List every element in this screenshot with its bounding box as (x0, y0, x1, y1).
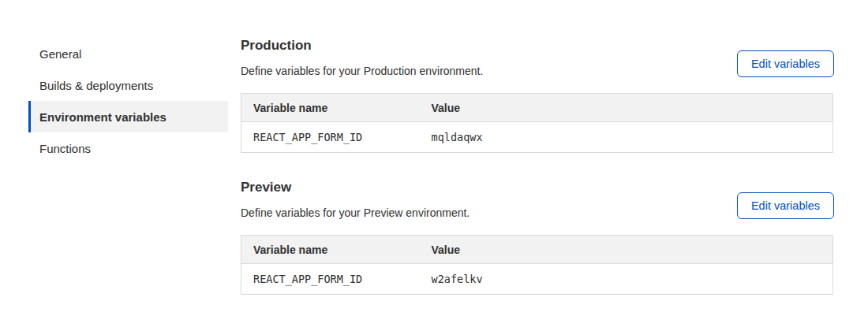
sidebar-item-general[interactable]: General (28, 38, 228, 69)
table-row: REACT_APP_FORM_ID w2afelkv (241, 264, 833, 295)
environment-variables-panel: Production Define variables for your Pro… (241, 38, 833, 295)
sidebar-item-functions[interactable]: Functions (28, 132, 228, 164)
settings-page: General Builds & deployments Environment… (0, 0, 868, 295)
preview-section: Preview Define variables for your Previe… (241, 180, 833, 295)
table-header-row: Variable name Value (241, 94, 833, 122)
sidebar-item-environment-variables[interactable]: Environment variables (28, 101, 228, 132)
preview-variables-table: Variable name Value REACT_APP_FORM_ID w2… (241, 235, 833, 295)
settings-sidebar: General Builds & deployments Environment… (28, 38, 228, 164)
table-header-row: Variable name Value (241, 236, 833, 264)
table-row: REACT_APP_FORM_ID mqldaqwx (241, 122, 833, 153)
variable-value-cell: mqldaqwx (420, 122, 833, 153)
value-column-header: Value (420, 94, 833, 122)
value-column-header: Value (420, 236, 833, 264)
production-section: Production Define variables for your Pro… (241, 38, 833, 153)
variable-name-cell: REACT_APP_FORM_ID (241, 122, 420, 153)
variable-name-column-header: Variable name (241, 94, 420, 122)
variable-value-cell: w2afelkv (420, 264, 833, 295)
sidebar-item-builds-deployments[interactable]: Builds & deployments (28, 69, 228, 101)
preview-edit-variables-button[interactable]: Edit variables (737, 192, 834, 219)
variable-name-cell: REACT_APP_FORM_ID (241, 264, 420, 295)
production-edit-variables-button[interactable]: Edit variables (737, 50, 834, 77)
production-variables-table: Variable name Value REACT_APP_FORM_ID mq… (241, 93, 833, 153)
variable-name-column-header: Variable name (241, 236, 420, 264)
